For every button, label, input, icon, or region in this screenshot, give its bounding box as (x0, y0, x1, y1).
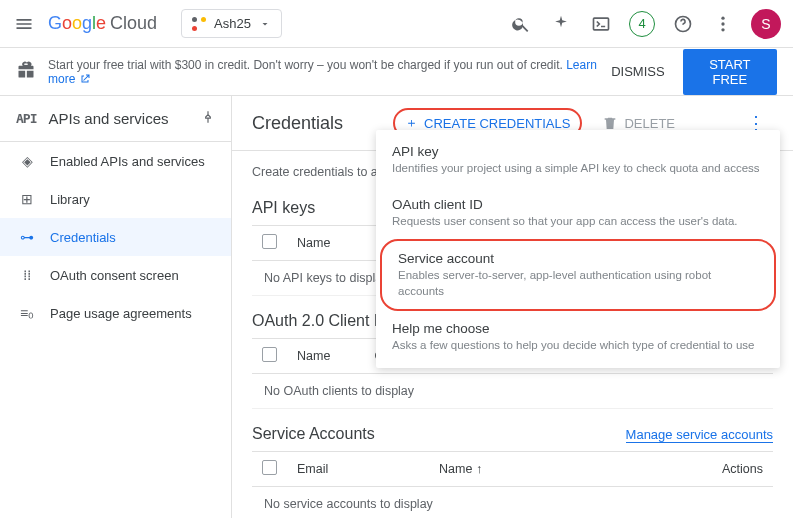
menu-icon[interactable] (12, 12, 36, 36)
project-picker[interactable]: Ash25 (181, 9, 282, 38)
logo-cloud-text: Cloud (110, 13, 157, 34)
dd-oauth-client[interactable]: OAuth client ID Requests user consent so… (376, 187, 780, 240)
chevron-down-icon (259, 18, 271, 30)
svg-point-4 (721, 28, 724, 31)
pin-icon[interactable] (201, 110, 215, 127)
dd-service-account[interactable]: Service account Enables server-to-server… (380, 239, 776, 311)
sidebar-header: API APIs and services (0, 96, 231, 142)
sa-table: Email Name ↑ Actions No service accounts… (252, 451, 773, 518)
dd-help-me-choose[interactable]: Help me choose Asks a few questions to h… (376, 311, 780, 364)
arrow-up-icon: ↑ (476, 462, 482, 476)
sidebar-item-credentials[interactable]: ⊶ Credentials (0, 218, 231, 256)
page-title: Credentials (252, 113, 343, 134)
sa-title: Service Accounts (252, 425, 375, 443)
library-icon: ⊞ (18, 191, 36, 207)
start-free-button[interactable]: START FREE (683, 49, 777, 95)
svg-point-2 (721, 16, 724, 19)
sidebar: API APIs and services ◈ Enabled APIs and… (0, 96, 232, 518)
dd-api-key[interactable]: API key Identifies your project using a … (376, 134, 780, 187)
delete-button[interactable]: DELETE (602, 115, 675, 131)
topbar: Google Cloud Ash25 4 S (0, 0, 793, 48)
sidebar-item-library[interactable]: ⊞ Library (0, 180, 231, 218)
oauth-empty: No OAuth clients to display (252, 374, 773, 409)
select-all-checkbox[interactable] (262, 234, 277, 249)
sidebar-title: APIs and services (48, 110, 189, 127)
diamond-icon: ◈ (18, 153, 36, 169)
sparkle-icon[interactable] (549, 12, 573, 36)
manage-sa-link[interactable]: Manage service accounts (626, 427, 773, 443)
promo-text: Start your free trial with $300 in credi… (48, 58, 599, 86)
help-icon[interactable] (671, 12, 695, 36)
topbar-right: 4 S (509, 9, 781, 39)
api-logo-icon: API (16, 111, 36, 126)
notifications-badge[interactable]: 4 (629, 11, 655, 37)
promo-banner: Start your free trial with $300 in credi… (0, 48, 793, 96)
sidebar-item-page-usage[interactable]: ≡₀ Page usage agreements (0, 294, 231, 332)
trash-icon (602, 115, 618, 131)
select-all-checkbox[interactable] (262, 347, 277, 362)
gift-icon (16, 60, 36, 83)
usage-icon: ≡₀ (18, 305, 36, 321)
sidebar-item-enabled-apis[interactable]: ◈ Enabled APIs and services (0, 142, 231, 180)
gcp-logo[interactable]: Google Cloud (48, 13, 157, 34)
project-dots-icon (192, 17, 206, 31)
kebab-icon[interactable] (711, 12, 735, 36)
select-all-checkbox[interactable] (262, 460, 277, 475)
create-credentials-dropdown: API key Identifies your project using a … (376, 130, 780, 368)
key-icon: ⊶ (18, 229, 36, 245)
project-name: Ash25 (214, 16, 251, 31)
sa-empty: No service accounts to display (252, 487, 773, 519)
search-icon[interactable] (509, 12, 533, 36)
dismiss-button[interactable]: DISMISS (611, 64, 664, 79)
sidebar-item-oauth-consent[interactable]: ⁞⁞ OAuth consent screen (0, 256, 231, 294)
avatar[interactable]: S (751, 9, 781, 39)
cloud-shell-icon[interactable] (589, 12, 613, 36)
svg-point-3 (721, 22, 724, 25)
consent-icon: ⁞⁞ (18, 267, 36, 283)
svg-rect-0 (594, 18, 609, 30)
